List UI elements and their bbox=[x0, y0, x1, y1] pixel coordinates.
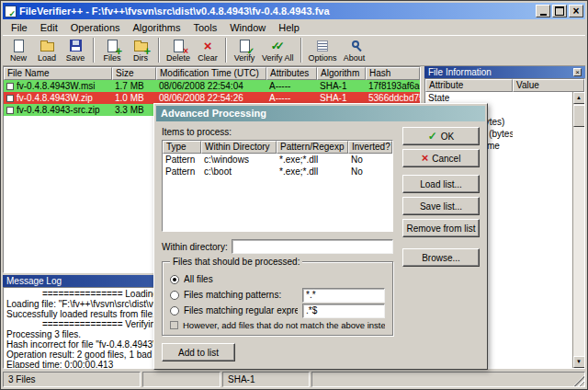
file-information-header: File Information × bbox=[424, 66, 585, 78]
items-to-process-label: Items to process: bbox=[162, 127, 393, 140]
patterns-input[interactable] bbox=[302, 288, 385, 303]
ok-button[interactable]: ✓ OK bbox=[402, 127, 480, 145]
menu-help[interactable]: Help bbox=[272, 21, 306, 34]
scroll-up-icon[interactable]: ▲ bbox=[573, 92, 585, 104]
status-algorithm: SHA-1 bbox=[222, 372, 310, 387]
menu-bar: File Edit Operations Algorithms Tools Wi… bbox=[3, 19, 585, 35]
remove-from-list-button[interactable]: Remove from list bbox=[402, 219, 480, 237]
cell-size: 1.7 MB bbox=[112, 80, 156, 92]
x-icon: × bbox=[422, 153, 429, 164]
cell-file-name: fv-0.4.8.4943W.msi bbox=[4, 80, 112, 92]
radio-files-matching-patterns[interactable]: Files matching patterns: bbox=[170, 287, 385, 303]
column-header-algorithm[interactable]: Algorithm bbox=[317, 67, 366, 80]
app-window: FileVerifier++ - F:\fv++\fvsvn\src\dist\… bbox=[0, 0, 588, 390]
scroll-down-icon[interactable]: ▼ bbox=[573, 356, 585, 368]
dialog-title-bar[interactable]: Advanced Processing bbox=[156, 106, 485, 121]
column-header-file-name[interactable]: File Name bbox=[4, 67, 112, 80]
toolbar-clear-button[interactable]: × Clear bbox=[194, 37, 221, 65]
menu-operations[interactable]: Operations bbox=[64, 21, 127, 34]
column-header-attributes[interactable]: Attributes bbox=[266, 67, 317, 80]
add-to-list-button[interactable]: Add to list bbox=[162, 343, 235, 361]
column-header-hash[interactable]: Hash bbox=[366, 67, 420, 80]
cell-attributes: A----- bbox=[266, 80, 317, 92]
menu-window[interactable]: Window bbox=[223, 21, 272, 34]
within-directory-label: Within directory: bbox=[162, 242, 228, 252]
save-floppy-icon bbox=[67, 38, 84, 53]
table-row[interactable]: fv-0.4.8.4943W.msi 1.7 MB 08/06/2008 22:… bbox=[4, 80, 420, 92]
toolbar-separator bbox=[158, 38, 160, 63]
column-header-inverted[interactable]: Inverted? bbox=[348, 141, 392, 154]
radio-icon bbox=[170, 306, 179, 315]
delete-icon: × bbox=[170, 38, 187, 53]
check-icon: ✓ bbox=[428, 130, 437, 143]
verify-icon: ✓ bbox=[236, 38, 253, 53]
options-icon bbox=[314, 38, 331, 53]
close-button[interactable] bbox=[569, 5, 583, 17]
toolbar-files-button[interactable]: + Files bbox=[98, 37, 126, 65]
toolbar-load-button[interactable]: Load bbox=[33, 37, 61, 65]
groupbox-title: Files that should be processed: bbox=[170, 257, 302, 267]
row-checkbox[interactable] bbox=[6, 83, 14, 90]
column-header-pattern[interactable]: Pattern/Regexp bbox=[277, 141, 348, 154]
status-panel bbox=[142, 372, 220, 387]
toolbar-new-button[interactable]: New bbox=[5, 37, 32, 65]
column-header-type[interactable]: Type bbox=[163, 141, 201, 154]
within-directory-input[interactable] bbox=[232, 239, 393, 254]
toolbar-dirs-button[interactable]: + Dirs bbox=[127, 37, 154, 65]
cell-file-name: fv-0.4.8.4943W.zip bbox=[4, 92, 112, 104]
list-item[interactable]: Pattern c:\windows *.exe;*.dll No bbox=[163, 154, 392, 166]
menu-file[interactable]: File bbox=[5, 21, 34, 34]
list-item[interactable]: Pattern c:\boot *.exe;*.dll No bbox=[163, 166, 392, 178]
menu-edit[interactable]: Edit bbox=[34, 21, 64, 34]
invert-match-checkbox[interactable]: However, add files that do not match the… bbox=[170, 320, 385, 330]
toolbar-separator bbox=[93, 38, 95, 63]
vertical-scrollbar[interactable]: ▲ ▼ bbox=[572, 92, 584, 368]
status-bar: 3 Files SHA-1 bbox=[3, 369, 585, 387]
file-information-title: File Information bbox=[428, 67, 492, 78]
add-files-icon: + bbox=[104, 38, 120, 53]
panel-close-icon[interactable]: × bbox=[573, 68, 582, 76]
maximize-button[interactable] bbox=[552, 5, 567, 17]
file-list-header: File Name Size Modification Time (UTC) A… bbox=[4, 67, 420, 80]
regex-input[interactable] bbox=[302, 304, 385, 318]
cell-file-name: fv-0.4.8.4943-src.zip bbox=[4, 104, 112, 116]
column-header-size[interactable]: Size bbox=[112, 67, 156, 80]
column-header-value[interactable]: Value bbox=[513, 79, 584, 92]
window-title: FileVerifier++ - F:\fv++\fvsvn\src\dist\… bbox=[19, 6, 533, 17]
clear-icon: × bbox=[199, 38, 216, 53]
cell-modification-time: 08/06/2008 22:54:04 bbox=[156, 80, 266, 92]
cancel-button[interactable]: × Cancel bbox=[402, 149, 480, 167]
status-file-count: 3 Files bbox=[3, 372, 141, 387]
column-header-attribute[interactable]: Attribute bbox=[425, 79, 513, 92]
title-bar: FileVerifier++ - F:\fv++\fvsvn\src\dist\… bbox=[3, 3, 585, 19]
column-header-within-directory[interactable]: Within Directory bbox=[201, 141, 277, 154]
files-processed-groupbox: Files that should be processed: All file… bbox=[162, 261, 393, 336]
radio-files-matching-regex[interactable]: Files matching regular expression: bbox=[170, 303, 385, 318]
toolbar-delete-button[interactable]: × Delete bbox=[164, 37, 193, 65]
column-header-modification-time[interactable]: Modification Time (UTC) bbox=[156, 67, 266, 80]
app-icon bbox=[5, 6, 17, 17]
load-list-button[interactable]: Load list... bbox=[402, 175, 480, 193]
cell-algorithm: SHA-1 bbox=[317, 80, 366, 92]
menu-algorithms[interactable]: Algorithms bbox=[127, 21, 187, 34]
radio-icon bbox=[170, 291, 179, 300]
toolbar-about-button[interactable]: About bbox=[341, 37, 368, 65]
cell-size: 3.3 MB bbox=[112, 104, 156, 116]
row-checkbox[interactable] bbox=[6, 107, 14, 114]
cell-hash: 17f8193af6ad2c699ff63d320b bbox=[366, 80, 420, 92]
browse-button[interactable]: Browse... bbox=[402, 248, 480, 267]
verify-all-icon: ✓✓ bbox=[269, 38, 286, 53]
scrollbar-thumb[interactable] bbox=[573, 105, 585, 127]
menu-tools[interactable]: Tools bbox=[187, 21, 223, 34]
toolbar-save-button[interactable]: Save bbox=[62, 37, 89, 65]
status-panel bbox=[311, 372, 585, 387]
toolbar-verify-all-button[interactable]: ✓✓ Verify All bbox=[259, 37, 297, 65]
toolbar-verify-button[interactable]: ✓ Verify bbox=[231, 37, 258, 65]
radio-all-files[interactable]: All files bbox=[170, 271, 385, 287]
minimize-button[interactable] bbox=[536, 5, 550, 17]
toolbar-options-button[interactable]: Options bbox=[306, 37, 340, 65]
save-list-button[interactable]: Save list... bbox=[402, 197, 480, 215]
add-dirs-icon: + bbox=[132, 38, 149, 53]
row-checkbox[interactable] bbox=[6, 95, 14, 102]
toolbar: New Load Save + Files + Dirs × Delete × … bbox=[3, 35, 585, 66]
